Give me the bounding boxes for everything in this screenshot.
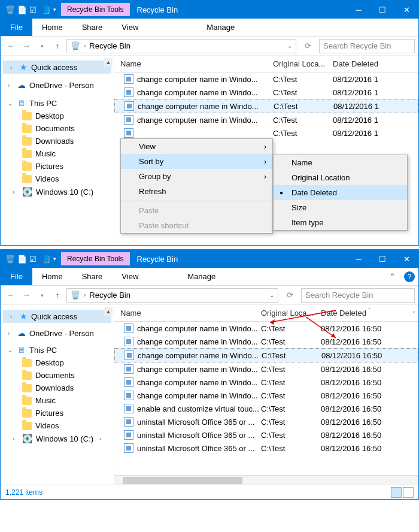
tab-share[interactable]: Share xyxy=(72,19,113,36)
nav-documents[interactable]: Documents xyxy=(1,369,114,382)
file-row[interactable]: change computer name in Windo...C:\Test0… xyxy=(114,113,418,126)
search-input[interactable]: Search Recycle Bin xyxy=(301,288,415,303)
tab-view[interactable]: View xyxy=(112,268,148,285)
chevron-down-icon[interactable]: ⌄ xyxy=(269,292,274,298)
file-row[interactable]: change computer name in Windo...C:\Test0… xyxy=(114,86,418,99)
tab-view[interactable]: View xyxy=(112,19,148,36)
nav-videos[interactable]: Videos xyxy=(1,173,114,185)
nav-desktop[interactable]: Desktop xyxy=(1,110,114,122)
nav-pictures[interactable]: Pictures xyxy=(1,407,114,419)
titlebar[interactable]: 🗑️ 📄 ☑ 📘 ▾ Recycle Bin Tools Recycle Bin… xyxy=(1,1,418,19)
up-button[interactable]: ↑ xyxy=(51,40,64,53)
forward-button[interactable]: → xyxy=(20,40,33,53)
menu-item[interactable]: Group by› xyxy=(121,169,272,184)
sort-option[interactable]: Size xyxy=(274,200,407,215)
sort-option[interactable]: Item type xyxy=(274,215,407,230)
qat-dropdown-icon[interactable]: ▾ xyxy=(53,256,56,262)
file-row[interactable]: uninstall Microsoft Office 365 or ...C:\… xyxy=(114,428,418,442)
col-original-location[interactable]: Original Loca... xyxy=(273,59,333,68)
col-name[interactable]: Name xyxy=(114,309,261,318)
qat-item-icon[interactable]: 📄 xyxy=(17,5,26,14)
col-date-deleted[interactable]: ⌄Date Deleted⌄ xyxy=(321,309,418,318)
ribbon-collapse-icon[interactable]: ⌃ xyxy=(384,272,400,281)
expand-icon[interactable]: › xyxy=(13,436,19,442)
nav-drive-c[interactable]: ›💽Windows 10 (C:)‹ xyxy=(1,432,114,445)
sort-option[interactable]: Name xyxy=(274,155,407,170)
nav-scrollbar[interactable]: ▲ xyxy=(104,307,113,482)
expand-icon[interactable]: › xyxy=(13,189,19,195)
menu-item[interactable]: Refresh xyxy=(121,184,272,199)
back-button[interactable]: ← xyxy=(4,40,17,53)
file-row[interactable]: enable and customize virtual touc...C:\T… xyxy=(114,402,418,415)
nav-this-pc[interactable]: ⌄🖥This PC xyxy=(1,343,114,356)
nav-scrollbar[interactable]: ▲ xyxy=(104,58,113,243)
menu-item[interactable]: Sort by› xyxy=(121,154,272,169)
nav-onedrive[interactable]: ›☁OneDrive - Person xyxy=(1,78,114,92)
collapse-icon[interactable]: ⌄ xyxy=(8,347,14,353)
nav-desktop[interactable]: Desktop xyxy=(1,356,114,369)
minimize-button[interactable]: ─ xyxy=(347,250,371,268)
nav-music[interactable]: Music xyxy=(1,394,114,407)
recent-dropdown-icon[interactable]: ▾ xyxy=(35,289,48,302)
back-button[interactable]: ← xyxy=(4,289,17,302)
tab-manage[interactable]: Manage xyxy=(178,268,225,285)
qat-item-icon[interactable]: 📘 xyxy=(41,5,50,14)
nav-drive-c[interactable]: ›💽Windows 10 (C:) xyxy=(1,185,114,198)
nav-pictures[interactable]: Pictures xyxy=(1,160,114,173)
col-date-deleted[interactable]: Date Deleted xyxy=(333,59,418,68)
qat-checkbox-icon[interactable]: ☑ xyxy=(29,5,38,14)
file-row[interactable]: change computer name in Windo...C:\Test0… xyxy=(114,322,418,335)
recent-dropdown-icon[interactable]: ▾ xyxy=(35,40,48,53)
scroll-up-icon[interactable]: ▲ xyxy=(104,58,113,66)
nav-videos[interactable]: Videos xyxy=(1,419,114,432)
menu-item[interactable]: View› xyxy=(121,139,272,154)
file-row[interactable]: change computer name in Windo...C:\Test0… xyxy=(114,376,418,389)
nav-onedrive[interactable]: ›☁OneDrive - Person xyxy=(1,327,114,340)
sort-option[interactable]: ●Date Deleted xyxy=(274,185,407,200)
expand-icon[interactable]: › xyxy=(10,64,16,71)
close-button[interactable]: ✕ xyxy=(394,250,418,268)
file-tab[interactable]: File xyxy=(1,19,32,36)
chevron-right-icon[interactable]: › xyxy=(84,292,86,298)
file-row[interactable]: change computer name in Windo...C:\Test0… xyxy=(114,72,418,86)
tab-share[interactable]: Share xyxy=(72,268,113,285)
titlebar[interactable]: 🗑️ 📄 ☑ 📘 ▾ Recycle Bin Tools Recycle Bin… xyxy=(1,250,418,268)
nav-quick-access[interactable]: ›★Quick access xyxy=(3,310,111,323)
file-row[interactable]: uninstall Microsoft Office 365 or ...C:\… xyxy=(114,442,418,455)
tab-home[interactable]: Home xyxy=(32,19,72,36)
maximize-button[interactable]: ☐ xyxy=(371,1,394,19)
file-row[interactable]: change computer name in Windo...C:\Test0… xyxy=(114,389,418,402)
file-tab[interactable]: File xyxy=(1,268,32,285)
nav-documents[interactable]: Documents xyxy=(1,122,114,135)
search-input[interactable]: Search Recycle Bin xyxy=(319,39,415,53)
column-dropdown-icon[interactable]: ⌄ xyxy=(412,309,416,314)
file-row[interactable]: change computer name in Windo...C:\Test0… xyxy=(114,335,418,348)
chevron-right-icon[interactable]: › xyxy=(84,43,86,49)
file-row[interactable]: uninstall Microsoft Office 365 or ...C:\… xyxy=(114,415,418,428)
tab-manage[interactable]: Manage xyxy=(197,19,244,36)
file-row[interactable]: C:\Test08/12/2016 1 xyxy=(114,126,418,140)
address-bar[interactable]: 🗑️ › Recycle Bin ⌄ xyxy=(66,288,278,303)
collapse-icon[interactable]: ⌄ xyxy=(8,100,14,107)
qat-dropdown-icon[interactable]: ▾ xyxy=(53,7,56,13)
horizontal-scrollbar[interactable] xyxy=(114,475,418,485)
breadcrumb-location[interactable]: Recycle Bin xyxy=(89,41,130,50)
file-row[interactable]: change computer name in Windo...C:\Test0… xyxy=(114,348,418,362)
help-button[interactable]: ? xyxy=(404,271,415,282)
forward-button[interactable]: → xyxy=(20,289,33,302)
refresh-button[interactable]: ⟳ xyxy=(301,40,314,53)
address-bar[interactable]: 🗑️ › Recycle Bin ⌄ xyxy=(66,39,296,53)
scrollbar-thumb[interactable] xyxy=(123,477,242,484)
refresh-button[interactable]: ⟳ xyxy=(283,289,296,302)
col-name[interactable]: Name xyxy=(114,59,273,68)
expand-icon[interactable]: › xyxy=(8,82,14,89)
nav-downloads[interactable]: Downloads xyxy=(1,135,114,147)
expand-icon[interactable]: › xyxy=(8,330,14,337)
file-row[interactable]: change computer name in Windo...C:\Test0… xyxy=(114,362,418,376)
nav-quick-access[interactable]: ›★Quick access xyxy=(3,61,111,74)
minimize-button[interactable]: ─ xyxy=(347,1,371,19)
up-button[interactable]: ↑ xyxy=(51,289,64,302)
details-view-button[interactable] xyxy=(391,487,402,498)
nav-music[interactable]: Music xyxy=(1,147,114,160)
qat-checkbox-icon[interactable]: ☑ xyxy=(29,255,38,263)
